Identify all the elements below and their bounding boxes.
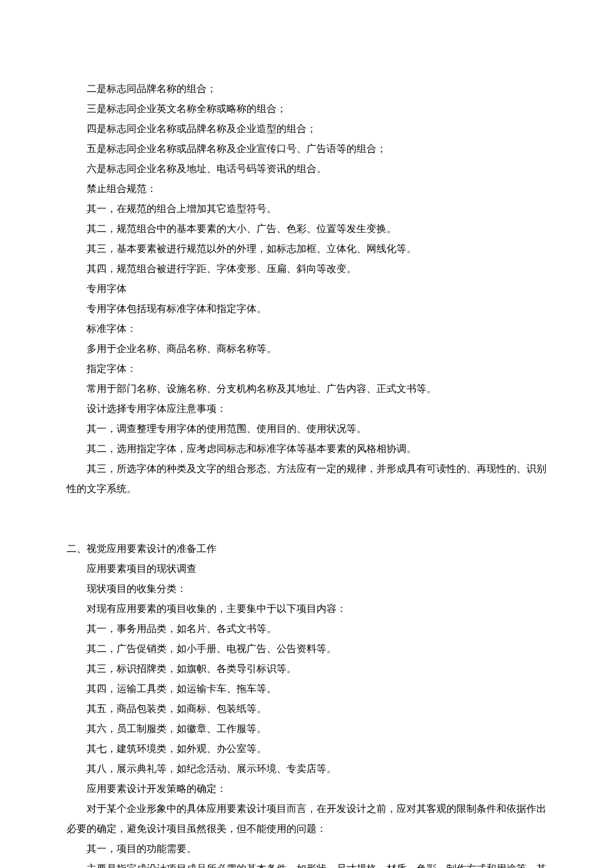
text-line: 五是标志同企业名称或品牌名称及企业宣传口号、广告语等的组合； (67, 139, 546, 159)
text-line: 其三，基本要素被进行规范以外的外理，如标志加框、立体化、网线化等。 (67, 239, 546, 259)
text-line: 其一，在规范的组合上增加其它造型符号。 (67, 199, 546, 219)
text-line: 其八，展示典礼等，如纪念活动、展示环境、专卖店等。 (67, 759, 546, 779)
text-line: 多用于企业名称、商品名称、商标名称等。 (67, 339, 546, 359)
text-line: 其三，所选字体的种类及文字的组合形态、方法应有一定的规律，并形成具有可读性的、再… (67, 459, 546, 499)
text-line: 标准字体： (67, 319, 546, 339)
text-line: 四是标志同企业名称或品牌名称及企业造型的组合； (67, 119, 546, 139)
text-line: 主要是指完成设计项目成品所必需的基本条件，如形状、尺寸规格、材质、色彩、制作方式… (67, 859, 546, 868)
text-line: 其四，运输工具类，如运输卡车、拖车等。 (67, 679, 546, 699)
text-line: 专用字体 (67, 279, 546, 299)
section-gap (67, 499, 546, 539)
text-line: 应用要素项目的现状调查 (67, 559, 546, 579)
text-line: 其四，规范组合被进行字距、字体变形、压扁、斜向等改变。 (67, 259, 546, 279)
text-line: 对现有应用要素的项目收集的，主要集中于以下项目内容： (67, 599, 546, 619)
document-page: 二是标志同品牌名称的组合； 三是标志同企业英文名称全称或略称的组合； 四是标志同… (0, 0, 613, 868)
text-line: 其一，项目的功能需要。 (67, 839, 546, 859)
text-line: 二是标志同品牌名称的组合； (67, 79, 546, 99)
block-1: 二是标志同品牌名称的组合； 三是标志同企业英文名称全称或略称的组合； 四是标志同… (67, 79, 546, 499)
text-line: 其三，标识招牌类，如旗帜、各类导引标识等。 (67, 659, 546, 679)
text-line: 六是标志同企业名称及地址、电话号码等资讯的组合。 (67, 159, 546, 179)
text-line: 其七，建筑环境类，如外观、办公室等。 (67, 739, 546, 759)
section-heading: 二、视觉应用要素设计的准备工作 (67, 539, 546, 559)
text-line: 指定字体： (67, 359, 546, 379)
text-line: 其六，员工制服类，如徽章、工作服等。 (67, 719, 546, 739)
text-line: 其二，选用指定字体，应考虑同标志和标准字体等基本要素的风格相协调。 (67, 439, 546, 459)
text-line: 其二，规范组合中的基本要素的大小、广告、色彩、位置等发生变换。 (67, 219, 546, 239)
text-line: 其一，事务用品类，如名片、各式文书等。 (67, 619, 546, 639)
text-line: 其一，调查整理专用字体的使用范围、使用目的、使用状况等。 (67, 419, 546, 439)
text-line: 其五，商品包装类，如商标、包装纸等。 (67, 699, 546, 719)
text-line: 现状项目的收集分类： (67, 579, 546, 599)
text-line: 应用要素设计开发策略的确定： (67, 779, 546, 799)
text-line: 专用字体包括现有标准字体和指定字体。 (67, 299, 546, 319)
text-line: 其二，广告促销类，如小手册、电视广告、公告资料等。 (67, 639, 546, 659)
text-line: 对于某个企业形象中的具体应用要素设计项目而言，在开发设计之前，应对其客观的限制条… (67, 799, 546, 839)
text-line: 禁止组合规范： (67, 179, 546, 199)
text-line: 设计选择专用字体应注意事项： (67, 399, 546, 419)
block-2: 应用要素项目的现状调查 现状项目的收集分类： 对现有应用要素的项目收集的，主要集… (67, 559, 546, 868)
text-line: 常用于部门名称、设施名称、分支机构名称及其地址、广告内容、正式文书等。 (67, 379, 546, 399)
text-line: 三是标志同企业英文名称全称或略称的组合； (67, 99, 546, 119)
